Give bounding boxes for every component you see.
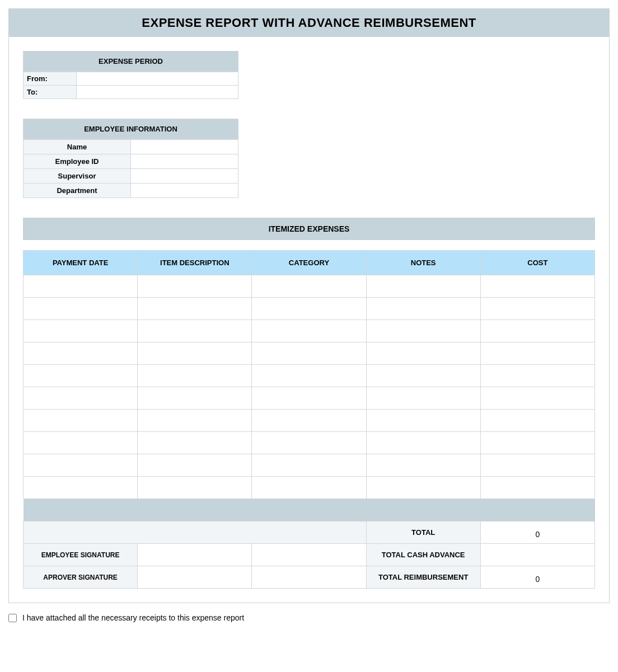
cell-cost[interactable] <box>480 477 594 499</box>
cell-category[interactable] <box>252 365 366 387</box>
expense-row <box>24 477 595 499</box>
cell-category[interactable] <box>252 410 366 432</box>
cell-category[interactable] <box>252 298 366 320</box>
cell-date[interactable] <box>24 432 138 454</box>
cell-cost[interactable] <box>480 454 594 477</box>
cell-cost[interactable] <box>480 365 594 387</box>
cell-category[interactable] <box>252 275 366 298</box>
expense-report-form: EXPENSE REPORT WITH ADVANCE REIMBURSEMEN… <box>8 8 610 603</box>
cell-desc[interactable] <box>138 454 252 477</box>
period-from-value[interactable] <box>77 72 238 86</box>
approver-signature-value[interactable] <box>138 566 252 589</box>
advance-label: TOTAL CASH ADVANCE <box>366 544 480 566</box>
period-to-value[interactable] <box>77 86 238 99</box>
cell-notes[interactable] <box>366 387 480 410</box>
cell-desc[interactable] <box>138 365 252 387</box>
expense-row <box>24 365 595 387</box>
cell-date[interactable] <box>24 320 138 342</box>
cell-category[interactable] <box>252 477 366 499</box>
cell-cost[interactable] <box>480 275 594 298</box>
advance-value[interactable] <box>480 544 594 566</box>
emp-department-label: Department <box>24 184 131 198</box>
employee-info-header: EMPLOYEE INFORMATION <box>23 119 238 139</box>
spacer-row <box>24 499 595 521</box>
cell-notes[interactable] <box>366 320 480 342</box>
total-value: 0 <box>480 521 594 544</box>
expense-row <box>24 410 595 432</box>
confirmation-row: I have attached all the necessary receip… <box>8 613 610 622</box>
expense-row <box>24 275 595 298</box>
emp-id-value[interactable] <box>131 154 238 169</box>
cell-notes[interactable] <box>366 432 480 454</box>
total-label: TOTAL <box>366 521 480 544</box>
cell-desc[interactable] <box>138 477 252 499</box>
reimbursement-label: TOTAL REIMBURSEMENT <box>366 566 480 589</box>
expense-row <box>24 432 595 454</box>
emp-name-value[interactable] <box>131 140 238 154</box>
cell-date[interactable] <box>24 365 138 387</box>
form-body: EXPENSE PERIOD From: To: EMPLOYEE INFORM… <box>9 37 609 603</box>
cell-desc[interactable] <box>138 275 252 298</box>
approver-signature-extra[interactable] <box>252 566 366 589</box>
expense-row <box>24 454 595 477</box>
period-to-row: To: <box>24 86 238 99</box>
period-from-row: From: <box>24 72 238 86</box>
cell-date[interactable] <box>24 454 138 477</box>
employee-signature-value[interactable] <box>138 544 252 566</box>
cell-desc[interactable] <box>138 410 252 432</box>
col-payment-date: PAYMENT DATE <box>24 251 138 275</box>
cell-desc[interactable] <box>138 320 252 342</box>
expense-header-row: PAYMENT DATE ITEM DESCRIPTION CATEGORY N… <box>24 251 595 275</box>
cell-category[interactable] <box>252 320 366 342</box>
cell-desc[interactable] <box>138 342 252 365</box>
cell-category[interactable] <box>252 342 366 365</box>
period-to-label: To: <box>24 86 77 99</box>
cell-cost[interactable] <box>480 298 594 320</box>
cell-date[interactable] <box>24 477 138 499</box>
expense-period-section: EXPENSE PERIOD From: To: <box>23 51 238 99</box>
cell-cost[interactable] <box>480 342 594 365</box>
cell-notes[interactable] <box>366 298 480 320</box>
cell-notes[interactable] <box>366 342 480 365</box>
cell-cost[interactable] <box>480 410 594 432</box>
approver-signature-label: APROVER SIGNATURE <box>24 566 138 589</box>
cell-cost[interactable] <box>480 432 594 454</box>
expense-row <box>24 320 595 342</box>
itemized-expenses-header: ITEMIZED EXPENSES <box>23 218 595 240</box>
cell-cost[interactable] <box>480 320 594 342</box>
cell-date[interactable] <box>24 387 138 410</box>
cell-desc[interactable] <box>138 387 252 410</box>
col-notes: NOTES <box>366 251 480 275</box>
employee-signature-extra[interactable] <box>252 544 366 566</box>
cell-category[interactable] <box>252 432 366 454</box>
receipts-attached-checkbox[interactable] <box>8 614 17 622</box>
cell-notes[interactable] <box>366 477 480 499</box>
col-category: CATEGORY <box>252 251 366 275</box>
emp-department-value[interactable] <box>131 184 238 198</box>
cell-category[interactable] <box>252 454 366 477</box>
cell-date[interactable] <box>24 298 138 320</box>
cell-date[interactable] <box>24 342 138 365</box>
cell-notes[interactable] <box>366 410 480 432</box>
emp-id-label: Employee ID <box>24 154 131 169</box>
employee-signature-label: EMPLOYEE SIGNATURE <box>24 544 138 566</box>
emp-row-department: Department <box>24 184 238 198</box>
cell-notes[interactable] <box>366 275 480 298</box>
cell-date[interactable] <box>24 410 138 432</box>
emp-row-name: Name <box>24 140 238 154</box>
reimbursement-row: APROVER SIGNATURE TOTAL REIMBURSEMENT 0 <box>24 566 595 589</box>
emp-row-id: Employee ID <box>24 154 238 169</box>
cell-desc[interactable] <box>138 432 252 454</box>
cell-category[interactable] <box>252 387 366 410</box>
emp-name-label: Name <box>24 140 131 154</box>
cell-notes[interactable] <box>366 454 480 477</box>
col-item-description: ITEM DESCRIPTION <box>138 251 252 275</box>
cell-desc[interactable] <box>138 298 252 320</box>
cell-date[interactable] <box>24 275 138 298</box>
employee-info-table: Name Employee ID Supervisor Department <box>23 139 238 198</box>
cell-cost[interactable] <box>480 387 594 410</box>
emp-row-supervisor: Supervisor <box>24 169 238 184</box>
emp-supervisor-value[interactable] <box>131 169 238 184</box>
cell-notes[interactable] <box>366 365 480 387</box>
page-title: EXPENSE REPORT WITH ADVANCE REIMBURSEMEN… <box>9 9 609 37</box>
